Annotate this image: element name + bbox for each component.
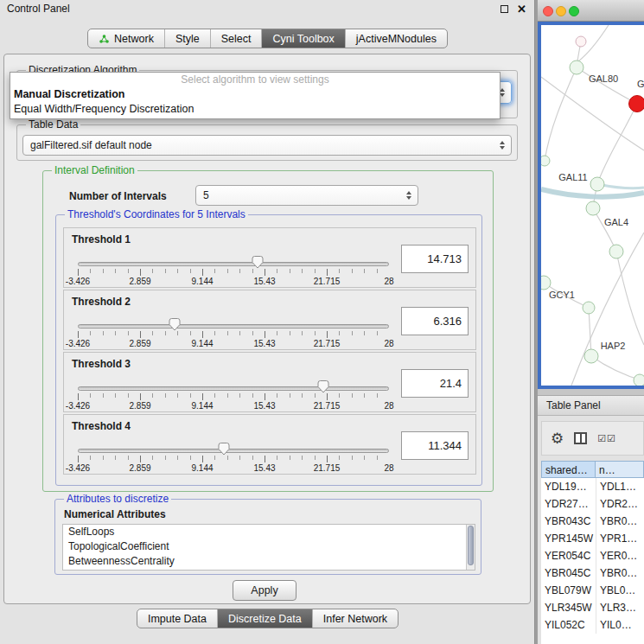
table-cell[interactable]: YDR27… — [541, 495, 596, 513]
table-row[interactable]: YBL079W YBL0… — [541, 582, 644, 599]
table-row[interactable]: YBR045C YBR0… — [541, 564, 644, 582]
list-item[interactable]: SelfLoops — [63, 525, 475, 539]
list-item[interactable]: TopologicalCoefficient — [63, 539, 475, 554]
slider-thumb[interactable] — [317, 379, 329, 393]
number-of-intervals-select[interactable]: 5 — [195, 185, 418, 206]
table-cell[interactable]: YBR043C — [541, 513, 596, 530]
network-window: GAL80 G GAL11 GAL4 GCY1 HAP2 Table Panel… — [538, 0, 644, 644]
slider-thumb[interactable] — [218, 442, 230, 456]
tab-cyni-toolbox[interactable]: Cyni Toolbox — [261, 29, 344, 48]
threshold-value-field[interactable]: 21.4 — [401, 369, 469, 398]
network-node-hap2[interactable] — [584, 349, 598, 363]
slider-thumb[interactable] — [252, 255, 264, 269]
tab-jactivemnodules[interactable]: jActiveMNodules — [345, 29, 447, 48]
node-label: GAL11 — [558, 172, 587, 182]
slider-thumb[interactable] — [169, 317, 181, 331]
network-node[interactable] — [541, 156, 550, 166]
network-window-titlebar[interactable] — [538, 0, 644, 22]
threshold-value-field[interactable]: 14.713 — [401, 245, 469, 273]
columns-icon[interactable] — [574, 432, 587, 444]
tab-discretize-data[interactable]: Discretize Data — [217, 609, 312, 628]
control-panel-titlebar[interactable]: Control Panel ✕ — [0, 0, 534, 17]
threshold-value-field[interactable]: 6.316 — [401, 307, 469, 335]
scale-label: -3.426 — [66, 463, 90, 473]
slider-track[interactable] — [78, 324, 389, 328]
dropdown-placeholder-option[interactable]: Select algorithm to view settings — [10, 73, 500, 87]
close-icon[interactable]: ✕ — [517, 3, 526, 15]
table-cell[interactable]: YPR1… — [596, 530, 644, 547]
panel-splitter[interactable] — [538, 389, 644, 395]
table-row[interactable]: YIL052C YIL0… — [541, 616, 644, 634]
thick-network-edge[interactable] — [541, 189, 644, 197]
threshold-2-slider[interactable]: -3.426 2.859 9.144 15.43 21.715 28 — [78, 316, 389, 351]
network-node-gal11[interactable] — [590, 177, 604, 191]
slider-track[interactable] — [78, 386, 389, 391]
selected-red-node[interactable] — [629, 96, 644, 112]
cyni-toolbox-panel: Discretization Algorithm Select algorith… — [3, 54, 531, 604]
bottom-tabstrip: Impute Data Discretize Data Infer Networ… — [137, 609, 399, 628]
table-row[interactable]: YPR145W YPR1… — [541, 530, 644, 547]
network-node-gcy1[interactable] — [541, 276, 551, 290]
table-data-select[interactable]: galFiltered.sif default node — [22, 135, 512, 156]
network-canvas[interactable]: GAL80 G GAL11 GAL4 GCY1 HAP2 — [538, 22, 644, 389]
network-node[interactable] — [583, 302, 595, 314]
table-cell[interactable]: YLR345W — [541, 599, 596, 616]
dropdown-option-equal-width-frequency[interactable]: Equal Width/Frequency Discretization — [10, 102, 500, 117]
threshold-3-slider[interactable]: -3.426 2.859 9.144 15.43 21.715 28 — [78, 379, 389, 413]
slider-track[interactable] — [78, 449, 389, 453]
threshold-value-field[interactable]: 11.344 — [401, 431, 469, 460]
column-header-shared-name[interactable]: shared… — [541, 461, 596, 478]
table-cell[interactable]: YPR145W — [541, 530, 596, 547]
apply-button[interactable]: Apply — [233, 580, 296, 601]
table-row[interactable]: YLR345W YLR3… — [541, 599, 644, 616]
table-cell[interactable]: YBL0… — [596, 582, 644, 599]
dropdown-option-manual-discretization[interactable]: Manual Discretization — [10, 87, 500, 102]
table-cell[interactable]: YBR045C — [541, 564, 596, 582]
threshold-1-slider[interactable]: -3.426 2.859 9.144 15.43 21.715 28 — [78, 254, 389, 289]
column-checkboxes-icon[interactable]: ☑☑ — [597, 433, 616, 444]
column-header-name[interactable]: n… — [596, 461, 644, 478]
scale-label: 9.144 — [191, 401, 213, 411]
gear-icon[interactable]: ⚙ — [551, 431, 564, 446]
scrollbar-thumb[interactable] — [468, 526, 474, 565]
float-window-icon[interactable] — [501, 5, 508, 13]
table-cell[interactable]: YLR3… — [596, 599, 644, 616]
table-cell[interactable]: YIL052C — [541, 616, 596, 634]
table-cell[interactable]: YIL0… — [596, 616, 644, 634]
network-node[interactable] — [609, 245, 623, 258]
close-traffic-light-icon[interactable] — [543, 6, 553, 16]
table-row[interactable]: YER054C YER0… — [541, 547, 644, 564]
table-cell[interactable]: YBR0… — [596, 513, 644, 530]
network-node[interactable] — [576, 36, 586, 47]
table-cell[interactable]: YBL079W — [541, 582, 596, 599]
table-cell[interactable]: YDR2… — [596, 495, 644, 513]
tab-impute-data[interactable]: Impute Data — [137, 609, 217, 628]
list-item[interactable]: BetweennessCentrality — [63, 554, 475, 569]
tab-style[interactable]: Style — [164, 29, 210, 48]
scale-label: 2.859 — [129, 277, 150, 286]
table-row[interactable]: YDL19… YDL1… — [541, 478, 644, 495]
node-label: GCY1 — [549, 290, 575, 300]
group-title: Attributes to discretize — [64, 493, 171, 505]
table-cell[interactable]: YER0… — [596, 547, 644, 564]
table-cell[interactable]: YER054C — [541, 547, 596, 564]
threshold-4-slider[interactable]: -3.426 2.859 9.144 15.43 21.715 28 — [78, 441, 389, 475]
node-label: HAP2 — [601, 341, 626, 351]
tab-infer-network[interactable]: Infer Network — [312, 609, 398, 628]
network-node-gal80[interactable] — [570, 61, 583, 74]
tab-select[interactable]: Select — [210, 29, 262, 48]
tab-network[interactable]: Network — [88, 29, 164, 48]
table-cell[interactable]: YBR0… — [596, 564, 644, 582]
network-node-gal4[interactable] — [586, 201, 600, 215]
group-title: Table Data — [26, 118, 80, 131]
combo-value: 5 — [203, 186, 400, 205]
table-row[interactable]: YBR043C YBR0… — [541, 513, 644, 530]
table-cell[interactable]: YDL1… — [596, 478, 644, 495]
minimize-traffic-light-icon[interactable] — [556, 6, 566, 16]
slider-track[interactable] — [78, 262, 389, 266]
table-row[interactable]: YDR27… YDR2… — [541, 495, 644, 513]
network-node[interactable] — [634, 374, 644, 386]
table-cell[interactable]: YDL19… — [541, 478, 596, 495]
zoom-traffic-light-icon[interactable] — [569, 6, 579, 16]
list-scrollbar[interactable] — [466, 525, 475, 570]
